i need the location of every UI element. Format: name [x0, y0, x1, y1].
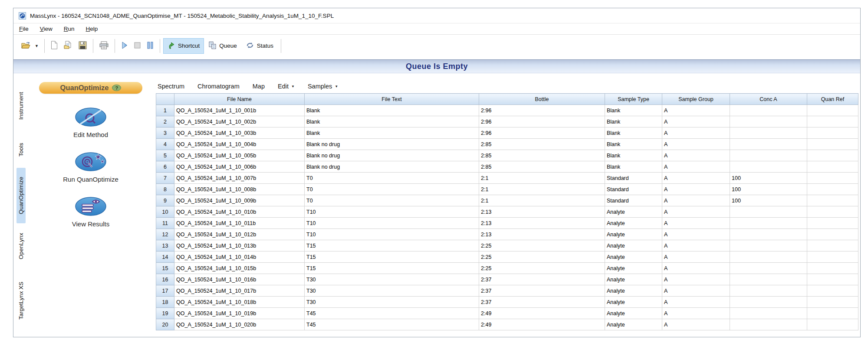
row-number-cell[interactable]: 12	[156, 229, 174, 240]
cell-file-name[interactable]: QO_A_150524_1uM_1_10_011b	[174, 218, 305, 229]
cell-conc-a[interactable]	[730, 161, 807, 173]
cell-bottle[interactable]: 2:49	[479, 308, 605, 319]
cell-file-name[interactable]: QO_A_150524_1uM_1_10_003b	[174, 127, 305, 139]
cell-file-text[interactable]: T0	[305, 184, 479, 195]
sample-row[interactable]: 20QO_A_150524_1uM_1_10_020bT452:49Analyt…	[156, 319, 858, 330]
run-quanoptimize-action[interactable]: ★ ★ Run QuanOptimize	[63, 151, 118, 183]
cell-conc-a[interactable]	[730, 105, 807, 116]
sample-row[interactable]: 10QO_A_150524_1uM_1_10_010bT102:13Analyt…	[156, 206, 858, 218]
cell-conc-a[interactable]	[730, 263, 807, 274]
cell-file-name[interactable]: QO_A_150524_1uM_1_10_006b	[174, 161, 305, 173]
cell-bottle[interactable]: 2:37	[479, 297, 605, 308]
cell-bottle[interactable]: 2:49	[479, 319, 605, 330]
cell-bottle[interactable]: 2:96	[479, 127, 605, 139]
cell-file-text[interactable]: Blank no drug	[305, 161, 479, 173]
save-button[interactable]	[76, 39, 90, 53]
row-number-cell[interactable]: 3	[156, 127, 174, 139]
cell-conc-a[interactable]	[730, 285, 807, 297]
sidebar-tab-quanoptimize[interactable]: QuanOptimize	[16, 168, 26, 223]
cell-sample-group[interactable]: A	[662, 150, 730, 161]
cell-sample-group[interactable]: A	[662, 274, 730, 285]
cell-conc-a[interactable]	[730, 240, 807, 251]
cell-sample-group[interactable]: A	[662, 206, 730, 218]
sidebar-tab-targetlynx-xs[interactable]: TargetLynx XS	[16, 268, 26, 333]
cell-file-text[interactable]: Blank	[305, 116, 479, 127]
cell-sample-type[interactable]: Blank	[605, 161, 662, 173]
cell-sample-type[interactable]: Analyte	[605, 274, 662, 285]
cell-file-text[interactable]: Blank no drug	[305, 150, 479, 161]
cell-conc-a[interactable]	[730, 116, 807, 127]
row-number-cell[interactable]: 8	[156, 184, 174, 195]
cell-bottle[interactable]: 2:1	[479, 184, 605, 195]
cell-conc-a[interactable]	[730, 308, 807, 319]
cell-sample-type[interactable]: Blank	[605, 127, 662, 139]
cell-file-name[interactable]: QO_A_150524_1uM_1_10_001b	[174, 105, 305, 116]
cell-file-text[interactable]: T0	[305, 173, 479, 184]
cell-bottle[interactable]: 2:13	[479, 218, 605, 229]
row-number-cell[interactable]: 5	[156, 150, 174, 161]
sample-row[interactable]: 6QO_A_150524_1uM_1_10_006bBlank no drug2…	[156, 161, 858, 173]
row-number-cell[interactable]: 14	[156, 251, 174, 263]
cell-quan-ref[interactable]	[807, 308, 858, 319]
cell-bottle[interactable]: 2:13	[479, 229, 605, 240]
cell-file-name[interactable]: QO_A_150524_1uM_1_10_013b	[174, 240, 305, 251]
sample-row[interactable]: 1QO_A_150524_1uM_1_10_001bBlank2:96Blank…	[156, 105, 858, 116]
cell-file-name[interactable]: QO_A_150524_1uM_1_10_018b	[174, 297, 305, 308]
cell-quan-ref[interactable]	[807, 274, 858, 285]
sample-row[interactable]: 5QO_A_150524_1uM_1_10_005bBlank no drug2…	[156, 150, 858, 161]
cell-file-name[interactable]: QO_A_150524_1uM_1_10_009b	[174, 195, 305, 206]
cell-file-text[interactable]: Blank	[305, 127, 479, 139]
cell-quan-ref[interactable]	[807, 285, 858, 297]
sidebar-tab-instrument[interactable]: Instrument	[16, 80, 26, 131]
cell-file-text[interactable]: T10	[305, 218, 479, 229]
cell-sample-group[interactable]: A	[662, 161, 730, 173]
cell-quan-ref[interactable]	[807, 173, 858, 184]
view-results-action[interactable]: View Results	[72, 196, 109, 228]
cell-sample-group[interactable]: A	[662, 184, 730, 195]
cell-quan-ref[interactable]	[807, 184, 858, 195]
cell-conc-a[interactable]: 100	[730, 195, 807, 206]
cell-sample-group[interactable]: A	[662, 308, 730, 319]
col-quan-ref[interactable]: Quan Ref	[807, 94, 858, 105]
cell-quan-ref[interactable]	[807, 206, 858, 218]
cell-file-text[interactable]: T30	[305, 274, 479, 285]
row-number-cell[interactable]: 20	[156, 319, 174, 330]
cell-sample-group[interactable]: A	[662, 195, 730, 206]
cell-file-text[interactable]: T30	[305, 297, 479, 308]
cell-file-name[interactable]: QO_A_150524_1uM_1_10_017b	[174, 285, 305, 297]
cell-file-text[interactable]: T15	[305, 251, 479, 263]
cell-sample-group[interactable]: A	[662, 263, 730, 274]
print-button[interactable]	[96, 39, 112, 53]
sample-row[interactable]: 8QO_A_150524_1uM_1_10_008bT02:1StandardA…	[156, 184, 858, 195]
cell-conc-a[interactable]	[730, 206, 807, 218]
cell-file-text[interactable]: Blank	[305, 105, 479, 116]
cell-quan-ref[interactable]	[807, 240, 858, 251]
cell-file-name[interactable]: QO_A_150524_1uM_1_10_019b	[174, 308, 305, 319]
cell-quan-ref[interactable]	[807, 297, 858, 308]
cell-file-text[interactable]: T45	[305, 308, 479, 319]
sample-row[interactable]: 17QO_A_150524_1uM_1_10_017bT302:37Analyt…	[156, 285, 858, 297]
cell-file-name[interactable]: QO_A_150524_1uM_1_10_016b	[174, 274, 305, 285]
cell-sample-type[interactable]: Analyte	[605, 240, 662, 251]
sample-row[interactable]: 2QO_A_150524_1uM_1_10_002bBlank2:96Blank…	[156, 116, 858, 127]
sample-row[interactable]: 18QO_A_150524_1uM_1_10_018bT302:37Analyt…	[156, 297, 858, 308]
cell-file-text[interactable]: Blank no drug	[305, 139, 479, 150]
menu-edit[interactable]: Edit ▼	[278, 83, 295, 90]
cell-sample-group[interactable]: A	[662, 319, 730, 330]
cell-sample-group[interactable]: A	[662, 127, 730, 139]
menu-file[interactable]: File	[19, 26, 29, 32]
cell-sample-type[interactable]: Analyte	[605, 285, 662, 297]
edit-method-action[interactable]: Edit Method	[73, 107, 108, 138]
cell-quan-ref[interactable]	[807, 150, 858, 161]
run-play-button[interactable]	[118, 39, 131, 53]
cell-conc-a[interactable]	[730, 127, 807, 139]
cell-sample-type[interactable]: Standard	[605, 195, 662, 206]
menu-run[interactable]: Run	[64, 26, 75, 32]
cell-file-text[interactable]: T10	[305, 229, 479, 240]
row-number-cell[interactable]: 1	[156, 105, 174, 116]
cell-bottle[interactable]: 2:25	[479, 240, 605, 251]
cell-sample-type[interactable]: Analyte	[605, 251, 662, 263]
menu-map[interactable]: Map	[253, 83, 265, 90]
sample-row[interactable]: 15QO_A_150524_1uM_1_10_015bT152:25Analyt…	[156, 263, 858, 274]
sidebar-tab-openlynx[interactable]: OpenLynx	[16, 226, 26, 266]
